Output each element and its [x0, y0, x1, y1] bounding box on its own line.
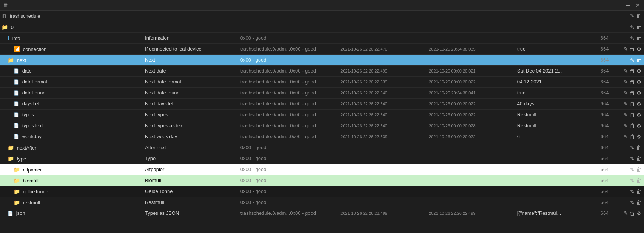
row-ts1-cell	[339, 54, 427, 65]
row-state: trashschedule.0/adm...0x00 - good	[240, 112, 316, 117]
row-timestamp1: 2021-10-26 22:26:22.540	[340, 91, 387, 95]
table-row[interactable]: 📄 dateFound Next date found trashschedul…	[0, 87, 644, 98]
table-row[interactable]: 📁 gelbeTonne Gelbe Tonne 0x00 - good 664…	[0, 186, 644, 197]
edit-button[interactable]: ✎	[629, 24, 635, 30]
edit-button[interactable]: ✎	[629, 57, 635, 63]
delete-button[interactable]: 🗑	[635, 177, 642, 184]
delete-button[interactable]: 🗑	[635, 188, 642, 194]
table-row[interactable]: 📄 date Next date trashschedule.0/adm...0…	[0, 65, 644, 76]
table-row[interactable]: 📄 types Next types trashschedule.0/adm..…	[0, 109, 644, 120]
edit-button[interactable]: ✎	[629, 13, 635, 19]
delete-button[interactable]: 🗑	[635, 13, 642, 19]
table-row[interactable]: ℹ info Information 0x00 - good 664 ✎🗑	[0, 32, 644, 43]
minimize-button[interactable]: ─	[625, 2, 630, 8]
delete-button[interactable]: 🗑	[635, 199, 642, 205]
settings-button[interactable]: ⚙	[636, 112, 642, 118]
table-row[interactable]: 📁 altpapier Altpapier 0x00 - good 664 ✎🗑	[0, 164, 644, 175]
edit-button[interactable]: ✎	[623, 134, 629, 140]
edit-button[interactable]: ✎	[629, 177, 635, 184]
edit-button[interactable]: ✎	[629, 35, 635, 41]
row-size-cell: 664	[592, 142, 611, 153]
row-size: 664	[601, 90, 609, 96]
table-row[interactable]: 📁 next Next 0x00 - good 664 ✎🗑	[0, 54, 644, 65]
row-ts2-cell: 2021-10-26 00:00:20.022	[427, 98, 515, 109]
row-ts2-cell	[427, 186, 515, 197]
row-value: 40 days	[517, 101, 535, 106]
row-desc-cell: Types as JSON	[143, 208, 239, 219]
delete-button[interactable]: 🗑	[629, 46, 636, 52]
row-description: Next date format	[145, 79, 181, 85]
table-row[interactable]: 📁 type Type 0x00 - good 664 ✎🗑	[0, 153, 644, 164]
row-value: Restmüll	[517, 123, 536, 128]
settings-button[interactable]: ⚙	[636, 90, 642, 96]
row-size-cell: 664	[592, 153, 611, 164]
delete-button[interactable]: 🗑	[629, 90, 636, 96]
delete-button[interactable]: 🗑	[629, 101, 636, 107]
settings-button[interactable]: ⚙	[636, 101, 642, 107]
edit-button[interactable]: ✎	[623, 123, 629, 129]
row-name-label: weekday	[22, 134, 42, 139]
row-name-cell: 📁 nextAfter	[0, 142, 143, 153]
row-timestamp2: 2021-10-26 00:00:20.021	[429, 69, 476, 73]
settings-button[interactable]: ⚙	[636, 46, 642, 52]
settings-button[interactable]: ⚙	[636, 210, 642, 216]
delete-button[interactable]: 🗑	[635, 156, 642, 162]
row-size: 664	[601, 46, 609, 52]
row-desc-cell: Next date format	[143, 76, 239, 87]
table-row[interactable]: 🗑 trashschedule ✎🗑	[0, 11, 644, 22]
table-row[interactable]: 📁 restmüll Restmüll 0x00 - good 664 ✎🗑	[0, 197, 644, 208]
row-state: 0x00 - good	[240, 199, 267, 205]
delete-button[interactable]: 🗑	[629, 210, 636, 216]
edit-button[interactable]: ✎	[623, 101, 629, 107]
settings-button[interactable]: ⚙	[636, 134, 642, 140]
edit-button[interactable]: ✎	[623, 79, 629, 85]
edit-button[interactable]: ✎	[623, 210, 629, 216]
row-value-cell	[515, 11, 592, 22]
table-row[interactable]: 📄 dateFormat Next date format trashsched…	[0, 76, 644, 87]
row-state: 0x00 - good	[240, 177, 267, 183]
file-icon: 📄	[14, 112, 19, 117]
row-timestamp2: 2021-10-26 00:00:20.022	[429, 113, 476, 117]
delete-button[interactable]: 🗑	[635, 57, 642, 63]
table-row[interactable]: 📁 biomüll Biomüll 0x00 - good 664 ✎🗑	[0, 175, 644, 186]
delete-button[interactable]: 🗑	[629, 123, 636, 129]
delete-button[interactable]: 🗑	[629, 134, 636, 140]
row-description: Type	[145, 156, 156, 161]
row-state: trashschedule.0/adm...0x00 - good	[240, 134, 316, 139]
settings-button[interactable]: ⚙	[636, 68, 642, 74]
edit-button[interactable]: ✎	[629, 156, 635, 162]
edit-button[interactable]: ✎	[623, 112, 629, 118]
row-size: 664	[601, 167, 609, 172]
edit-button[interactable]: ✎	[629, 145, 635, 151]
delete-button[interactable]: 🗑	[629, 68, 636, 74]
row-value: true	[517, 90, 525, 96]
delete-button[interactable]: 🗑	[635, 35, 642, 41]
row-value-cell	[515, 153, 592, 164]
edit-button[interactable]: ✎	[623, 68, 629, 74]
row-ts2-cell	[427, 32, 515, 43]
row-name-cell: 📁 restmüll	[0, 197, 143, 208]
table-row[interactable]: 📄 weekday Next week day trashschedule.0/…	[0, 131, 644, 142]
table-row[interactable]: 📁 0 ✎🗑	[0, 22, 644, 32]
edit-button[interactable]: ✎	[629, 167, 635, 173]
table-row[interactable]: 📄 daysLeft Next days left trashschedule.…	[0, 98, 644, 109]
delete-button[interactable]: 🗑	[635, 145, 642, 151]
table-row[interactable]: 📁 nextAfter After next 0x00 - good 664 ✎…	[0, 142, 644, 153]
delete-button[interactable]: 🗑	[635, 24, 642, 30]
edit-button[interactable]: ✎	[623, 90, 629, 96]
edit-button[interactable]: ✎	[623, 46, 629, 52]
delete-button[interactable]: 🗑	[629, 79, 636, 85]
row-description: Next types as text	[145, 123, 184, 128]
table-row[interactable]: 📄 typesText Next types as text trashsche…	[0, 120, 644, 131]
close-button[interactable]: ✕	[635, 2, 641, 8]
row-name-cell: 📄 date	[0, 65, 143, 76]
edit-button[interactable]: ✎	[629, 188, 635, 194]
edit-button[interactable]: ✎	[629, 199, 635, 205]
settings-button[interactable]: ⚙	[636, 123, 642, 129]
delete-button[interactable]: 🗑	[629, 112, 636, 118]
row-ts1-cell	[339, 197, 427, 208]
table-row[interactable]: 📄 json Types as JSON trashschedule.0/adm…	[0, 208, 644, 219]
table-row[interactable]: 📶 connection If connected to ical device…	[0, 43, 644, 54]
delete-button[interactable]: 🗑	[635, 167, 642, 173]
settings-button[interactable]: ⚙	[636, 79, 642, 85]
